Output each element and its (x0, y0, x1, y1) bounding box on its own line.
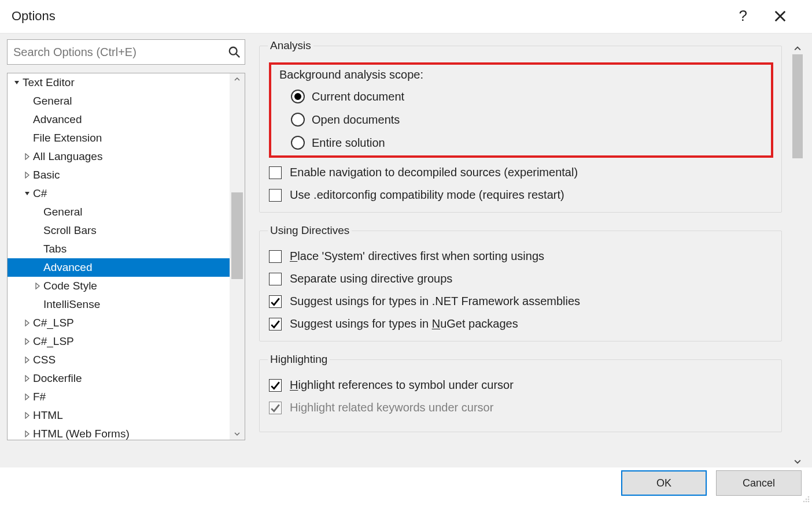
tree-item[interactable]: Basic (8, 166, 230, 184)
tree-item[interactable]: Text Editor (8, 73, 230, 92)
checkbox-icon (269, 402, 282, 414)
panel-scrollbar[interactable] (790, 43, 805, 467)
tree-item-label: Dockerfile (33, 372, 82, 385)
resize-grip-icon (800, 493, 811, 504)
tree-item[interactable]: HTML (8, 406, 230, 425)
tree-item[interactable]: Tabs (8, 240, 230, 258)
tree-item[interactable]: Scroll Bars (8, 221, 230, 240)
help-button[interactable]: ? (739, 7, 747, 25)
check-place-system-first[interactable]: Place 'System' directives first when sor… (269, 250, 773, 263)
check-suggest-nuget[interactable]: Suggest usings for types in NuGet packag… (269, 317, 773, 331)
chevron-right-icon (34, 283, 41, 289)
group-usings-title: Using Directives (268, 224, 352, 237)
check-label: Suggest usings for types in .NET Framewo… (290, 295, 580, 308)
chevron-down-icon (13, 79, 20, 86)
check-separate-groups[interactable]: Separate using directive groups (269, 272, 773, 285)
tree-item[interactable]: CSS (8, 351, 230, 369)
svg-point-6 (806, 501, 807, 503)
tree-item-label: Scroll Bars (43, 224, 97, 237)
tree-item[interactable]: All Languages (8, 147, 230, 166)
analysis-scope-label: Background analysis scope: (279, 68, 766, 81)
radio-open-documents[interactable]: Open documents (291, 113, 766, 127)
tree-item[interactable]: Code Style (8, 277, 230, 295)
ok-button[interactable]: OK (621, 470, 707, 496)
tree-item-label: HTML (33, 409, 63, 422)
tree-item-label: C#_LSP (33, 317, 74, 329)
tree-item-label: File Extension (33, 132, 102, 144)
tree-item[interactable]: Dockerfile (8, 369, 230, 388)
tree-item-label: C# (33, 187, 47, 200)
scroll-thumb[interactable] (792, 54, 803, 158)
search-input[interactable] (7, 39, 245, 65)
scroll-down-icon[interactable] (790, 456, 805, 467)
right-panel: Analysis Background analysis scope: Curr… (259, 39, 805, 467)
check-label: Separate using directive groups (290, 272, 452, 285)
tree-item[interactable]: General (8, 92, 230, 110)
checkbox-icon (269, 318, 282, 331)
svg-point-2 (808, 496, 810, 498)
tree-item-label: Tabs (43, 243, 67, 255)
svg-point-0 (230, 47, 237, 55)
scroll-thumb[interactable] (231, 192, 243, 279)
checkbox-icon (269, 273, 282, 285)
scroll-up-icon[interactable] (790, 43, 805, 54)
tree-item[interactable]: C#_LSP (8, 314, 230, 332)
tree-item-label: Advanced (43, 261, 93, 274)
highlight-annotation: Background analysis scope: Current docum… (269, 62, 773, 158)
tree-item[interactable]: General (8, 203, 230, 221)
tree-item-label: Text Editor (23, 76, 75, 89)
check-suggest-framework[interactable]: Suggest usings for types in .NET Framewo… (269, 295, 773, 308)
chevron-right-icon (24, 393, 31, 400)
group-analysis-title: Analysis (268, 39, 313, 52)
group-highlighting: Highlighting Highlight references to sym… (259, 353, 782, 432)
tree-item[interactable]: Advanced (8, 258, 230, 277)
tree-item[interactable]: Advanced (8, 110, 230, 129)
radio-label: Current document (312, 90, 404, 103)
svg-point-7 (808, 501, 810, 503)
chevron-right-icon (24, 412, 31, 419)
cancel-button[interactable]: Cancel (716, 470, 802, 496)
tree-item[interactable]: IntelliSense (8, 295, 230, 314)
check-label: Highlight references to symbol under cur… (290, 378, 514, 392)
radio-icon (291, 113, 305, 127)
tree-item-label: C#_LSP (33, 335, 74, 348)
chevron-right-icon (24, 338, 31, 345)
radio-entire-solution[interactable]: Entire solution (291, 136, 766, 150)
tree-item[interactable]: File Extension (8, 129, 230, 147)
checkbox-icon (269, 295, 282, 308)
check-editorconfig-compat[interactable]: Use .editorconfig compatibility mode (re… (269, 188, 773, 202)
scroll-up-icon[interactable] (230, 73, 245, 85)
chevron-right-icon (24, 430, 31, 437)
radio-label: Entire solution (312, 136, 385, 150)
tree-item[interactable]: C#_LSP (8, 332, 230, 351)
tree-scrollbar[interactable] (230, 73, 245, 440)
checkbox-icon (269, 250, 282, 263)
chevron-right-icon (24, 153, 31, 160)
chevron-right-icon (24, 357, 31, 363)
scroll-down-icon[interactable] (230, 428, 245, 440)
tree-item[interactable]: HTML (Web Forms) (8, 425, 230, 440)
check-label: Highlight related keywords under cursor (290, 401, 493, 414)
checkbox-icon (269, 379, 282, 392)
tree-item-label: HTML (Web Forms) (33, 428, 130, 440)
chevron-right-icon (24, 375, 31, 382)
check-highlight-related[interactable]: Highlight related keywords under cursor (269, 401, 773, 414)
check-decompiled-sources[interactable]: Enable navigation to decompiled sources … (269, 166, 773, 179)
checkbox-icon (269, 189, 282, 202)
dialog-buttons: OK Cancel (621, 470, 802, 496)
dialog-title: Options (12, 9, 56, 24)
nav-tree: Text EditorGeneralAdvancedFile Extension… (7, 73, 245, 440)
close-icon (774, 10, 787, 23)
tree-item[interactable]: F# (8, 388, 230, 406)
check-highlight-refs[interactable]: Highlight references to symbol under cur… (269, 378, 773, 392)
resize-grip[interactable] (800, 493, 811, 504)
radio-label: Open documents (312, 113, 400, 127)
tree-item[interactable]: C# (8, 184, 230, 203)
close-button[interactable] (774, 10, 787, 23)
tree-item-label: General (43, 206, 83, 218)
chevron-right-icon (24, 320, 31, 326)
radio-current-document[interactable]: Current document (291, 90, 766, 103)
tree-item-label: General (33, 95, 72, 107)
svg-point-3 (806, 499, 807, 500)
check-label: Suggest usings for types in NuGet packag… (290, 317, 518, 331)
